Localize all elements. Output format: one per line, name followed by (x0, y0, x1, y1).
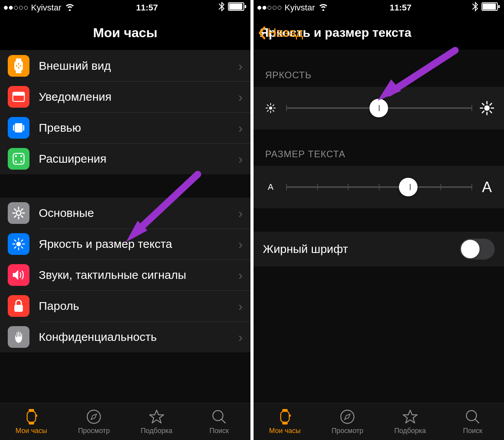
settings-group: Внешний вид › Уведомления › Превью › (0, 50, 250, 174)
clock-time: 11:57 (390, 3, 411, 13)
svg-line-75 (475, 419, 479, 423)
row-label: Внешний вид (39, 59, 238, 72)
sound-icon (8, 264, 29, 286)
bluetooth-icon (472, 2, 478, 14)
carrier-label: Kyivstar (285, 3, 315, 13)
wifi-icon (318, 2, 329, 13)
svg-point-9 (18, 67, 19, 69)
row-appearance[interactable]: Внешний вид › (0, 50, 250, 81)
tab-label: Мои часы (16, 427, 47, 435)
svg-line-64 (490, 111, 492, 113)
chevron-right-icon: › (238, 120, 243, 136)
tab-browse[interactable]: Просмотр (63, 403, 126, 440)
search-icon (465, 408, 480, 425)
chevron-right-icon: › (238, 151, 243, 167)
battery-icon (228, 2, 247, 13)
signal-dots (257, 6, 281, 10)
svg-point-27 (16, 242, 21, 246)
svg-point-8 (20, 65, 21, 67)
svg-point-74 (466, 411, 476, 421)
settings-list[interactable]: Внешний вид › Уведомления › Превью › (0, 50, 250, 403)
row-general[interactable]: Основные › (0, 198, 250, 229)
slider-thumb[interactable] (399, 178, 418, 196)
chevron-right-icon: › (238, 58, 243, 74)
svg-point-58 (484, 105, 490, 111)
brightness-high-icon (479, 100, 495, 116)
textsize-header: РАЗМЕР ТЕКСТА (254, 129, 504, 166)
svg-rect-2 (245, 5, 246, 8)
textsize-slider[interactable] (286, 186, 471, 188)
back-button[interactable]: Назад (257, 26, 303, 40)
screen-brightness-detail: Kyivstar 11:57 Назад Яркость и размер те… (254, 0, 504, 440)
svg-line-63 (482, 103, 484, 105)
row-privacy[interactable]: Конфиденциальность › (0, 321, 250, 352)
row-sounds[interactable]: Звуки, тактильные сигналы › (0, 260, 250, 290)
row-brightness-text[interactable]: Яркость и размер текста › (0, 229, 250, 260)
row-glances[interactable]: Превью › (0, 112, 250, 143)
svg-rect-39 (27, 411, 36, 422)
row-complications[interactable]: Расширения › (0, 143, 250, 174)
textsize-large-label: А (479, 179, 495, 196)
tab-search[interactable]: Поиск (188, 403, 251, 440)
svg-point-7 (16, 65, 17, 67)
bold-text-label: Жирный шрифт (263, 242, 348, 256)
chevron-left-icon (257, 26, 266, 40)
svg-line-54 (268, 105, 269, 106)
back-label: Назад (268, 26, 303, 40)
bold-text-row: Жирный шрифт (254, 232, 504, 266)
screen-my-watch: Kyivstar 11:57 Мои часы Внешний вид (0, 0, 250, 440)
brightness-header: ЯРКОСТЬ (254, 50, 504, 87)
tab-my-watch[interactable]: Мои часы (0, 403, 63, 440)
row-label: Расширения (39, 152, 238, 165)
brightness-low-icon (263, 102, 278, 114)
bold-text-toggle[interactable] (460, 239, 495, 260)
row-label: Яркость и размер текста (39, 237, 238, 251)
status-bar: Kyivstar 11:57 (254, 0, 504, 15)
svg-line-65 (482, 111, 484, 113)
tab-label: Поиск (463, 427, 482, 435)
svg-rect-3 (14, 61, 23, 71)
svg-line-56 (268, 110, 269, 112)
svg-rect-40 (29, 409, 34, 411)
row-label: Звуки, тактильные сигналы (39, 268, 238, 282)
chevron-right-icon: › (238, 330, 243, 345)
svg-line-45 (222, 419, 225, 423)
clock-time: 11:57 (136, 3, 158, 13)
detail-content[interactable]: ЯРКОСТЬ РАЗМЕР ТЕКСТА А А Жирный шрифт (254, 50, 504, 403)
tab-search[interactable]: Поиск (442, 403, 504, 440)
tab-label: Подборка (394, 427, 426, 435)
svg-line-35 (21, 240, 23, 241)
row-passcode[interactable]: Пароль › (0, 290, 250, 321)
tab-featured[interactable]: Подборка (379, 403, 442, 440)
row-label: Конфиденциальность (39, 330, 238, 344)
svg-line-24 (21, 216, 23, 217)
watch-icon (24, 408, 39, 425)
svg-point-44 (213, 411, 223, 421)
tab-featured[interactable]: Подборка (125, 403, 188, 440)
tab-browse[interactable]: Просмотр (316, 403, 379, 440)
glance-icon (8, 117, 29, 139)
gear-icon (8, 202, 29, 224)
brightness-slider[interactable] (286, 107, 471, 109)
svg-point-16 (15, 161, 17, 163)
compass-icon (340, 408, 355, 425)
brightness-slider-row (254, 87, 504, 129)
page-title: Мои часы (93, 25, 157, 40)
carrier-label: Kyivstar (31, 3, 61, 13)
row-notifications[interactable]: Уведомления › (0, 81, 250, 112)
svg-line-34 (14, 247, 16, 248)
battery-icon (482, 2, 500, 13)
svg-point-17 (21, 161, 22, 163)
search-icon (211, 408, 227, 425)
textsize-slider-row: А А (254, 166, 504, 208)
tab-my-watch[interactable]: Мои часы (254, 403, 316, 440)
status-bar: Kyivstar 11:57 (0, 0, 250, 15)
toggle-knob (461, 240, 480, 258)
svg-line-33 (21, 247, 23, 248)
chevron-right-icon: › (238, 268, 243, 283)
svg-rect-69 (281, 411, 289, 422)
svg-rect-12 (15, 123, 22, 132)
svg-rect-13 (13, 153, 24, 164)
wifi-icon (64, 2, 75, 13)
svg-point-14 (15, 155, 17, 157)
